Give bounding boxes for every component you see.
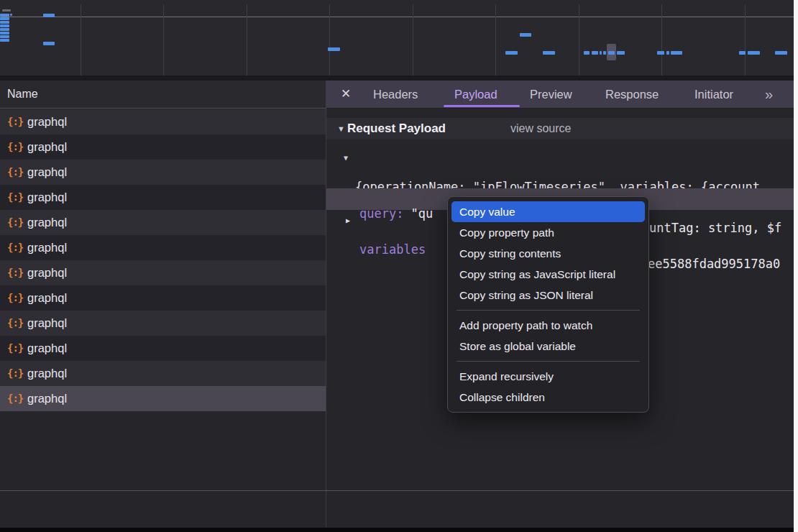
json-braces-icon: {:}	[7, 336, 23, 361]
timeline-bar	[520, 33, 531, 37]
section-title: Request Payload	[347, 118, 446, 139]
detail-tab-bar: ✕ Headers Payload Preview Response Initi…	[326, 81, 794, 109]
tab-response[interactable]: Response	[605, 81, 659, 108]
json-braces-icon: {:}	[7, 311, 23, 336]
json-braces-icon: {:}	[7, 361, 23, 386]
footer-divider	[0, 490, 794, 491]
request-name: graphql	[27, 386, 67, 411]
timeline-bar	[0, 21, 9, 24]
payload-root-row[interactable]: ▼ {operationName: "ipFlowTimeseries", va…	[326, 148, 794, 169]
request-name: graphql	[27, 134, 67, 160]
json-braces-icon: {:}	[7, 185, 23, 210]
view-source-link[interactable]: view source	[510, 118, 571, 139]
timeline-bar	[0, 14, 9, 17]
name-column-header[interactable]: Name	[0, 81, 326, 109]
timeline-gridline	[413, 4, 413, 75]
page-background-edge	[794, 0, 798, 532]
tab-overflow-chevrons-icon[interactable]: »	[765, 81, 771, 108]
request-payload-section-header[interactable]: ▼ Request Payload view source	[326, 118, 794, 139]
request-name: graphql	[27, 160, 67, 185]
request-name: graphql	[27, 210, 67, 235]
tab-payload[interactable]: Payload	[454, 81, 497, 108]
network-request-row[interactable]: {:}graphql	[0, 134, 326, 160]
timeline-bar	[2, 9, 11, 12]
disclosure-triangle-icon[interactable]: ▼	[337, 118, 345, 139]
json-braces-icon: {:}	[7, 134, 23, 160]
timeline-bar	[0, 39, 9, 42]
timeline-gridline	[329, 4, 330, 75]
menu-item-copy-property-path[interactable]: Copy property path	[448, 222, 648, 243]
menu-item-copy-string-js-literal[interactable]: Copy string as JavaScript literal	[448, 264, 648, 285]
timeline-bar	[775, 51, 787, 55]
timeline-gridline	[247, 4, 247, 75]
menu-item-copy-string-json-literal[interactable]: Copy string as JSON literal	[448, 285, 648, 306]
menu-item-store-as-global-variable[interactable]: Store as global variable	[448, 336, 648, 357]
context-menu: Copy value Copy property path Copy strin…	[447, 196, 649, 413]
request-table: Name {:}graphql {:}graphql {:}graphql {:…	[0, 81, 326, 528]
timeline-bar	[617, 51, 625, 55]
request-name: graphql	[27, 109, 67, 134]
menu-item-expand-recursively[interactable]: Expand recursively	[448, 366, 648, 387]
bottom-edge	[0, 528, 794, 532]
menu-item-add-property-path-to-watch[interactable]: Add property path to watch	[448, 315, 648, 336]
network-request-row[interactable]: {:}graphql	[0, 160, 326, 185]
timeline-bar	[0, 17, 9, 20]
timeline-gridline	[163, 4, 164, 75]
json-braces-icon: {:}	[7, 386, 23, 411]
network-overview[interactable]	[0, 0, 794, 75]
timeline-bar	[608, 51, 615, 55]
json-braces-icon: {:}	[7, 109, 23, 134]
timeline-bar	[592, 51, 598, 55]
menu-item-collapse-children[interactable]: Collapse children	[448, 387, 648, 408]
json-braces-icon: {:}	[7, 210, 23, 235]
property-key: variables	[359, 242, 426, 257]
network-request-row[interactable]: {:}graphql	[0, 210, 326, 235]
timeline-bar	[328, 47, 340, 51]
json-braces-icon: {:}	[7, 285, 23, 311]
network-request-row[interactable]: {:}graphql	[0, 361, 326, 386]
network-request-row[interactable]: {:}graphql	[0, 311, 326, 336]
request-name: graphql	[27, 361, 67, 386]
network-request-row[interactable]: {:}graphql	[0, 235, 326, 260]
devtools-network-panel: Name {:}graphql {:}graphql {:}graphql {:…	[0, 0, 798, 532]
timeline-bar	[748, 51, 760, 55]
timeline-bar	[666, 51, 669, 55]
timeline-bar	[584, 51, 590, 55]
timeline-bar	[657, 51, 664, 55]
timeline-bar	[671, 51, 682, 55]
disclosure-triangle-icon[interactable]: ▼	[344, 154, 348, 162]
timeline-baseline	[0, 17, 794, 17]
json-braces-icon: {:}	[7, 160, 23, 185]
network-request-row[interactable]: {:}graphql	[0, 336, 326, 361]
network-request-row[interactable]: {:}graphql	[0, 285, 326, 311]
timeline-gridline	[745, 4, 746, 75]
network-request-row[interactable]: {:}graphql	[0, 185, 326, 210]
network-request-row-selected[interactable]: {:}graphql	[0, 386, 326, 411]
overview-separator	[0, 75, 794, 81]
name-column-label: Name	[7, 81, 38, 108]
request-name: graphql	[27, 336, 67, 361]
disclosure-triangle-collapsed-icon[interactable]: ▶	[346, 216, 350, 224]
timeline-bar	[603, 51, 606, 55]
request-name: graphql	[27, 311, 67, 336]
tab-headers[interactable]: Headers	[373, 81, 418, 108]
menu-separator	[457, 361, 640, 362]
timeline-bar	[600, 51, 602, 55]
tab-initiator[interactable]: Initiator	[694, 81, 733, 108]
timeline-gridline	[495, 4, 496, 75]
timeline-bar	[10, 14, 12, 16]
network-request-row[interactable]: {:}graphql	[0, 260, 326, 285]
request-name: graphql	[27, 260, 67, 285]
tab-preview[interactable]: Preview	[530, 81, 572, 108]
close-icon[interactable]: ✕	[341, 81, 351, 108]
timeline-bar	[505, 51, 518, 55]
request-rows: {:}graphql {:}graphql {:}graphql {:}grap…	[0, 109, 326, 411]
menu-item-copy-value[interactable]: Copy value	[451, 201, 645, 222]
timeline-gridline	[579, 4, 579, 75]
network-request-row[interactable]: {:}graphql	[0, 109, 326, 134]
menu-separator	[457, 310, 640, 311]
timeline-bar	[0, 32, 9, 35]
json-braces-icon: {:}	[7, 260, 23, 285]
timeline-bar	[43, 42, 55, 45]
menu-item-copy-string-contents[interactable]: Copy string contents	[448, 243, 648, 264]
